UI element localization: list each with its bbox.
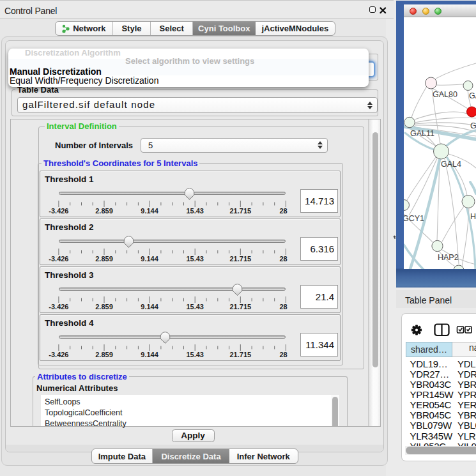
svg-text:HAP2: HAP2 — [438, 253, 459, 262]
svg-text:H: H — [470, 212, 476, 221]
svg-text:GAL11: GAL11 — [410, 129, 434, 138]
svg-text:G: G — [470, 121, 476, 130]
svg-text:GA: GA — [469, 91, 476, 100]
svg-text:GAL80: GAL80 — [433, 90, 457, 99]
svg-text:GAL4: GAL4 — [441, 160, 461, 169]
svg-text:GCY1: GCY1 — [404, 214, 424, 223]
